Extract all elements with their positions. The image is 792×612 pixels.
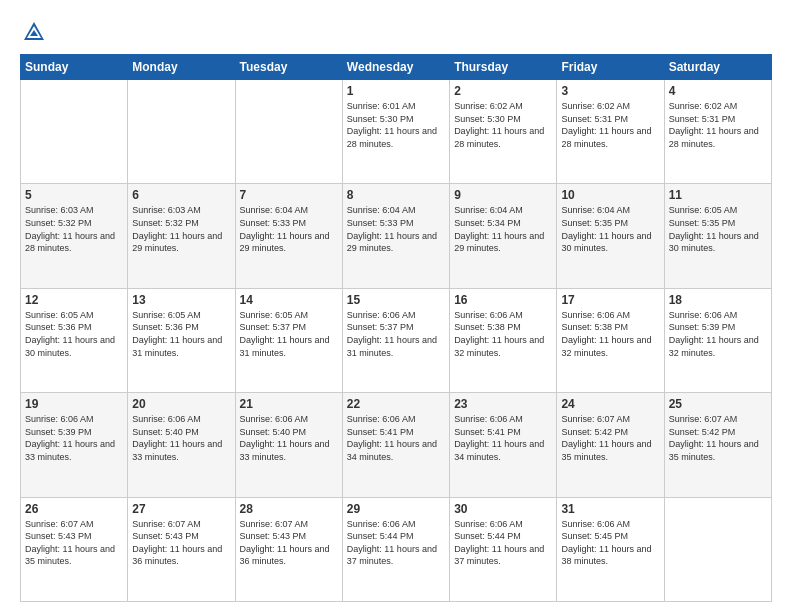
header — [20, 18, 772, 46]
day-number: 19 — [25, 397, 123, 411]
cell-details: Sunrise: 6:05 AM Sunset: 5:37 PM Dayligh… — [240, 309, 338, 359]
cell-details: Sunrise: 6:06 AM Sunset: 5:44 PM Dayligh… — [454, 518, 552, 568]
table-row: 7Sunrise: 6:04 AM Sunset: 5:33 PM Daylig… — [235, 184, 342, 288]
day-number: 20 — [132, 397, 230, 411]
cell-details: Sunrise: 6:06 AM Sunset: 5:41 PM Dayligh… — [454, 413, 552, 463]
cell-details: Sunrise: 6:06 AM Sunset: 5:37 PM Dayligh… — [347, 309, 445, 359]
table-row: 19Sunrise: 6:06 AM Sunset: 5:39 PM Dayli… — [21, 393, 128, 497]
col-friday: Friday — [557, 55, 664, 80]
day-number: 15 — [347, 293, 445, 307]
day-number: 1 — [347, 84, 445, 98]
day-number: 17 — [561, 293, 659, 307]
cell-details: Sunrise: 6:07 AM Sunset: 5:43 PM Dayligh… — [25, 518, 123, 568]
day-number: 10 — [561, 188, 659, 202]
col-monday: Monday — [128, 55, 235, 80]
day-number: 26 — [25, 502, 123, 516]
table-row: 25Sunrise: 6:07 AM Sunset: 5:42 PM Dayli… — [664, 393, 771, 497]
calendar-table: Sunday Monday Tuesday Wednesday Thursday… — [20, 54, 772, 602]
cell-details: Sunrise: 6:02 AM Sunset: 5:30 PM Dayligh… — [454, 100, 552, 150]
logo-icon — [20, 18, 48, 46]
day-number: 2 — [454, 84, 552, 98]
day-number: 3 — [561, 84, 659, 98]
table-row: 29Sunrise: 6:06 AM Sunset: 5:44 PM Dayli… — [342, 497, 449, 601]
cell-details: Sunrise: 6:07 AM Sunset: 5:43 PM Dayligh… — [132, 518, 230, 568]
table-row — [664, 497, 771, 601]
table-row: 22Sunrise: 6:06 AM Sunset: 5:41 PM Dayli… — [342, 393, 449, 497]
table-row: 30Sunrise: 6:06 AM Sunset: 5:44 PM Dayli… — [450, 497, 557, 601]
day-number: 7 — [240, 188, 338, 202]
table-row: 16Sunrise: 6:06 AM Sunset: 5:38 PM Dayli… — [450, 288, 557, 392]
day-number: 29 — [347, 502, 445, 516]
table-row: 9Sunrise: 6:04 AM Sunset: 5:34 PM Daylig… — [450, 184, 557, 288]
cell-details: Sunrise: 6:06 AM Sunset: 5:39 PM Dayligh… — [25, 413, 123, 463]
logo — [20, 18, 52, 46]
table-row: 26Sunrise: 6:07 AM Sunset: 5:43 PM Dayli… — [21, 497, 128, 601]
col-wednesday: Wednesday — [342, 55, 449, 80]
day-number: 4 — [669, 84, 767, 98]
table-row: 11Sunrise: 6:05 AM Sunset: 5:35 PM Dayli… — [664, 184, 771, 288]
cell-details: Sunrise: 6:05 AM Sunset: 5:35 PM Dayligh… — [669, 204, 767, 254]
cell-details: Sunrise: 6:05 AM Sunset: 5:36 PM Dayligh… — [25, 309, 123, 359]
page: Sunday Monday Tuesday Wednesday Thursday… — [0, 0, 792, 612]
table-row: 6Sunrise: 6:03 AM Sunset: 5:32 PM Daylig… — [128, 184, 235, 288]
cell-details: Sunrise: 6:07 AM Sunset: 5:42 PM Dayligh… — [561, 413, 659, 463]
day-number: 5 — [25, 188, 123, 202]
table-row: 15Sunrise: 6:06 AM Sunset: 5:37 PM Dayli… — [342, 288, 449, 392]
table-row: 20Sunrise: 6:06 AM Sunset: 5:40 PM Dayli… — [128, 393, 235, 497]
day-number: 23 — [454, 397, 552, 411]
table-row: 31Sunrise: 6:06 AM Sunset: 5:45 PM Dayli… — [557, 497, 664, 601]
cell-details: Sunrise: 6:04 AM Sunset: 5:33 PM Dayligh… — [240, 204, 338, 254]
day-number: 6 — [132, 188, 230, 202]
table-row: 2Sunrise: 6:02 AM Sunset: 5:30 PM Daylig… — [450, 80, 557, 184]
cell-details: Sunrise: 6:04 AM Sunset: 5:35 PM Dayligh… — [561, 204, 659, 254]
table-row: 28Sunrise: 6:07 AM Sunset: 5:43 PM Dayli… — [235, 497, 342, 601]
day-number: 28 — [240, 502, 338, 516]
day-number: 16 — [454, 293, 552, 307]
cell-details: Sunrise: 6:06 AM Sunset: 5:40 PM Dayligh… — [240, 413, 338, 463]
table-row: 13Sunrise: 6:05 AM Sunset: 5:36 PM Dayli… — [128, 288, 235, 392]
cell-details: Sunrise: 6:07 AM Sunset: 5:43 PM Dayligh… — [240, 518, 338, 568]
table-row: 27Sunrise: 6:07 AM Sunset: 5:43 PM Dayli… — [128, 497, 235, 601]
cell-details: Sunrise: 6:03 AM Sunset: 5:32 PM Dayligh… — [25, 204, 123, 254]
day-number: 18 — [669, 293, 767, 307]
col-saturday: Saturday — [664, 55, 771, 80]
day-number: 9 — [454, 188, 552, 202]
day-number: 8 — [347, 188, 445, 202]
day-number: 21 — [240, 397, 338, 411]
table-row: 23Sunrise: 6:06 AM Sunset: 5:41 PM Dayli… — [450, 393, 557, 497]
table-row — [128, 80, 235, 184]
table-row: 12Sunrise: 6:05 AM Sunset: 5:36 PM Dayli… — [21, 288, 128, 392]
cell-details: Sunrise: 6:06 AM Sunset: 5:44 PM Dayligh… — [347, 518, 445, 568]
table-row — [235, 80, 342, 184]
day-number: 22 — [347, 397, 445, 411]
cell-details: Sunrise: 6:06 AM Sunset: 5:38 PM Dayligh… — [454, 309, 552, 359]
table-row: 3Sunrise: 6:02 AM Sunset: 5:31 PM Daylig… — [557, 80, 664, 184]
table-row: 18Sunrise: 6:06 AM Sunset: 5:39 PM Dayli… — [664, 288, 771, 392]
table-row: 10Sunrise: 6:04 AM Sunset: 5:35 PM Dayli… — [557, 184, 664, 288]
day-number: 24 — [561, 397, 659, 411]
cell-details: Sunrise: 6:03 AM Sunset: 5:32 PM Dayligh… — [132, 204, 230, 254]
table-row: 14Sunrise: 6:05 AM Sunset: 5:37 PM Dayli… — [235, 288, 342, 392]
calendar-header-row: Sunday Monday Tuesday Wednesday Thursday… — [21, 55, 772, 80]
day-number: 12 — [25, 293, 123, 307]
cell-details: Sunrise: 6:04 AM Sunset: 5:34 PM Dayligh… — [454, 204, 552, 254]
cell-details: Sunrise: 6:06 AM Sunset: 5:39 PM Dayligh… — [669, 309, 767, 359]
table-row: 4Sunrise: 6:02 AM Sunset: 5:31 PM Daylig… — [664, 80, 771, 184]
cell-details: Sunrise: 6:06 AM Sunset: 5:45 PM Dayligh… — [561, 518, 659, 568]
cell-details: Sunrise: 6:02 AM Sunset: 5:31 PM Dayligh… — [561, 100, 659, 150]
day-number: 30 — [454, 502, 552, 516]
table-row: 24Sunrise: 6:07 AM Sunset: 5:42 PM Dayli… — [557, 393, 664, 497]
cell-details: Sunrise: 6:01 AM Sunset: 5:30 PM Dayligh… — [347, 100, 445, 150]
col-thursday: Thursday — [450, 55, 557, 80]
table-row: 1Sunrise: 6:01 AM Sunset: 5:30 PM Daylig… — [342, 80, 449, 184]
day-number: 13 — [132, 293, 230, 307]
cell-details: Sunrise: 6:04 AM Sunset: 5:33 PM Dayligh… — [347, 204, 445, 254]
table-row: 17Sunrise: 6:06 AM Sunset: 5:38 PM Dayli… — [557, 288, 664, 392]
day-number: 14 — [240, 293, 338, 307]
table-row — [21, 80, 128, 184]
col-sunday: Sunday — [21, 55, 128, 80]
cell-details: Sunrise: 6:07 AM Sunset: 5:42 PM Dayligh… — [669, 413, 767, 463]
day-number: 27 — [132, 502, 230, 516]
table-row: 8Sunrise: 6:04 AM Sunset: 5:33 PM Daylig… — [342, 184, 449, 288]
day-number: 31 — [561, 502, 659, 516]
